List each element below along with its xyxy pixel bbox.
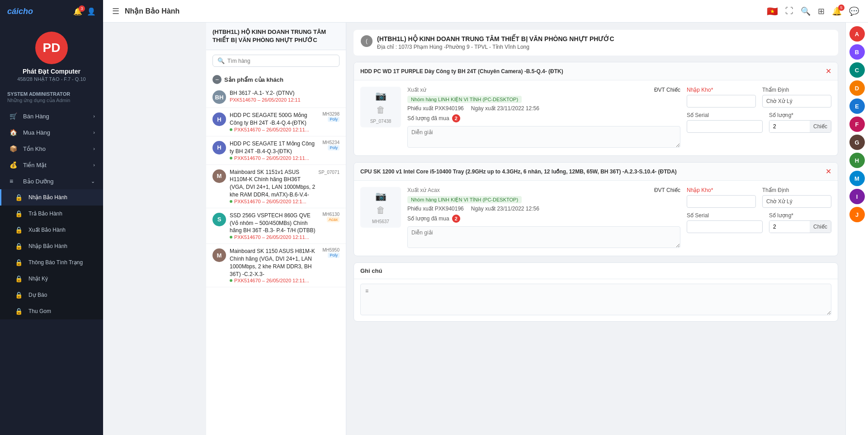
search-input[interactable] bbox=[227, 58, 335, 64]
dien-giai-2[interactable] bbox=[407, 226, 680, 248]
avatar-6[interactable]: F bbox=[849, 117, 865, 132]
avatar-4[interactable]: D bbox=[849, 80, 865, 96]
avatar-2[interactable]: B bbox=[849, 44, 865, 60]
avatar-5[interactable]: E bbox=[849, 98, 865, 114]
product-right-fields-1: Nhập Kho* Thẩm Định Chờ Xử Lý bbox=[687, 87, 831, 149]
badge-acax: Acax bbox=[327, 217, 340, 222]
qty-field-1: Chiếc bbox=[769, 120, 831, 133]
avatar: S bbox=[212, 213, 226, 226]
avatar: H bbox=[212, 141, 226, 154]
avatar-1[interactable]: A bbox=[849, 26, 865, 42]
brand-logo: cáicho bbox=[7, 7, 33, 16]
sidebar-item-nhat-ky[interactable]: 🔒Nhật Ký bbox=[0, 271, 103, 287]
sidebar-item-xuat-bao-hanh[interactable]: 🔒Xuất Bảo Hành bbox=[0, 222, 103, 238]
qty-input-2[interactable] bbox=[769, 221, 810, 233]
sidebar-item-ton-kho[interactable]: 📦Tồn Kho› bbox=[0, 140, 103, 157]
trash-icon[interactable]: 🗑 bbox=[376, 105, 385, 115]
hamburger-icon[interactable]: ☰ bbox=[112, 6, 119, 16]
tham-dinh-label-1: Thẩm Định bbox=[762, 87, 831, 93]
camera-icon-2[interactable]: 📷 bbox=[375, 191, 387, 201]
customer-address: Địa chỉ : 107/3 Phạm Hùng -Phường 9 - TP… bbox=[377, 44, 614, 50]
sidebar-item-du-bao[interactable]: 🔒Dự Báo bbox=[0, 287, 103, 303]
sidebar-item-nhap-bao-hanh[interactable]: 🔒Nhập Bảo Hành bbox=[0, 238, 103, 254]
sidebar-item-tien-mat[interactable]: 💰Tiền Mặt› bbox=[0, 157, 103, 173]
apps-icon[interactable]: ⊞ bbox=[818, 6, 825, 16]
list-item[interactable]: H HDD PC SEAGATE 1T Mỏng Công ty BH 24T … bbox=[206, 136, 346, 165]
so-serial-label-2: Số Serial bbox=[687, 212, 763, 219]
dvt-label-2: ĐVT Chiếc bbox=[654, 187, 680, 193]
chat-icon[interactable]: 💬 bbox=[849, 6, 859, 16]
list-item[interactable]: H HDD PC SEAGATE 500G Mỏng Công ty BH 24… bbox=[206, 108, 346, 136]
avatar-9[interactable]: M bbox=[849, 171, 865, 186]
product-right-fields-2: Nhập Kho* Thẩm Định Chờ Xử Lý bbox=[687, 187, 831, 249]
ghi-chu-textarea[interactable] bbox=[360, 284, 831, 315]
right-avatars: A B C D E F G H M I J bbox=[845, 23, 868, 435]
status-dot bbox=[230, 236, 232, 239]
avatar-10[interactable]: I bbox=[849, 189, 865, 204]
avatar-3[interactable]: C bbox=[849, 62, 865, 78]
product-card-2: CPU SK 1200 v1 Intel Core i5-10400 Tray … bbox=[354, 162, 838, 256]
so-luong-field-label-2: Số lượng* bbox=[769, 212, 831, 219]
list-item[interactable]: S SSD 256G VSPTECH 860G QVE (Vỏ nhôm – 5… bbox=[206, 208, 346, 244]
xuat-xu-label-1: Xuất xứ bbox=[407, 87, 443, 93]
sidebar-item-mua-hang[interactable]: 🏠Mua Hàng› bbox=[0, 124, 103, 140]
avatar-11[interactable]: J bbox=[849, 207, 865, 222]
xuat-xu-label-2: Xuất xứ Acax bbox=[407, 187, 443, 193]
tham-dinh-select-1[interactable]: Chờ Xử Lý bbox=[762, 95, 831, 108]
user-icon[interactable]: 👤 bbox=[87, 7, 96, 16]
so-serial-input-2[interactable] bbox=[687, 220, 763, 233]
product-id: SP_07071 bbox=[318, 170, 340, 175]
nhom-hang-1: Nhóm hàng LINH KIỆN VI TÍNH (PC-DESKTOP) bbox=[407, 96, 522, 103]
sidebar: PD Phát Đạt Computer 458/28 NHẬT TẠO - F… bbox=[0, 0, 103, 435]
list-item[interactable]: M Mainboard SK 1150 ASUS H81M-K Chính hã… bbox=[206, 244, 346, 287]
so-serial-input-1[interactable] bbox=[687, 120, 763, 133]
customer-avatar: ( bbox=[361, 35, 373, 47]
products-label: Sản phẩm của khách bbox=[224, 76, 283, 83]
notification-icon[interactable]: 🔔 3 bbox=[73, 7, 82, 16]
product-card-1: HDD PC WD 1T PURPLE Dày Công ty BH 24T (… bbox=[354, 62, 838, 156]
close-button-1[interactable]: ✕ bbox=[826, 67, 831, 75]
ghi-chu-header: Ghi chú bbox=[354, 263, 838, 279]
left-panel-header: (HTBH1L) HỘ KINH DOANH TRUNG TÂM THIẾT B… bbox=[206, 23, 346, 50]
nhap-kho-select-1[interactable] bbox=[687, 95, 756, 108]
product-card-body-2: 📷 🗑 MH5637 Xuất xứ Acax ĐVT Chiếc Nhóm h… bbox=[354, 181, 838, 256]
search-icon[interactable]: 🔍 bbox=[801, 6, 811, 16]
brand-icons: 🔔 3 👤 bbox=[73, 7, 96, 16]
avatar-8[interactable]: H bbox=[849, 153, 865, 168]
search-box-icon: 🔍 bbox=[217, 57, 225, 64]
qty-input-1[interactable] bbox=[769, 121, 810, 132]
product-card-header-1: HDD PC WD 1T PURPLE Dày Công ty BH 24T (… bbox=[354, 62, 838, 80]
tham-dinh-select-2[interactable]: Chờ Xử Lý bbox=[762, 195, 831, 208]
status-dot bbox=[230, 279, 232, 282]
status-dot bbox=[230, 157, 232, 159]
so-luong-label-1: Số lượng đã mua bbox=[407, 115, 449, 122]
lock-icon-6: 🔒 bbox=[15, 275, 24, 282]
avatar-7[interactable]: G bbox=[849, 135, 865, 150]
collapse-button[interactable]: − bbox=[212, 75, 222, 84]
sidebar-item-tra-bao-hanh[interactable]: 🔒Trả Bảo Hành bbox=[0, 206, 103, 222]
sidebar-item-bao-duong[interactable]: ≡Bảo Dưỡng⌄ bbox=[0, 173, 103, 189]
product-code-1: SP_07438 bbox=[370, 119, 392, 124]
nhap-kho-select-2[interactable] bbox=[687, 195, 756, 208]
product-id: MH5234 bbox=[322, 140, 340, 145]
flag-icon[interactable]: 🇻🇳 bbox=[767, 6, 778, 17]
topbar-notif-icon[interactable]: 🔔 5 bbox=[832, 6, 842, 16]
sidebar-item-ban-hang[interactable]: 🛒Bán Hàng› bbox=[0, 108, 103, 124]
mua-hang-icon: 🏠 bbox=[9, 129, 19, 136]
fullscreen-icon[interactable]: ⛶ bbox=[785, 6, 793, 16]
product-details-2: Xuất xứ Acax ĐVT Chiếc Nhóm hàng LINH KI… bbox=[407, 187, 680, 249]
sidebar-item-thu-gom[interactable]: 🔒Thu Gom bbox=[0, 303, 103, 319]
close-button-2[interactable]: ✕ bbox=[826, 167, 831, 176]
sidebar-item-thong-bao[interactable]: 🔒Thông Báo Tình Trạng bbox=[0, 254, 103, 271]
product-id: MH6130 bbox=[322, 212, 340, 217]
badge-poly: Poly bbox=[328, 145, 340, 150]
sidebar-submenu: 🔒Nhận Bảo Hành 🔒Trả Bảo Hành 🔒Xuất Bảo H… bbox=[0, 189, 103, 319]
camera-icon[interactable]: 📷 bbox=[375, 90, 387, 101]
product-ref: PXK514670 – 26/05/2020 12:1... bbox=[234, 199, 307, 204]
list-item[interactable]: M Mainboard SK 1151v1 ASUS H110M-K Chính… bbox=[206, 165, 346, 208]
sidebar-item-nhan-bao-hanh[interactable]: 🔒Nhận Bảo Hành bbox=[0, 189, 103, 206]
nhap-kho-label-1: Nhập Kho* bbox=[687, 87, 756, 93]
trash-icon-2[interactable]: 🗑 bbox=[376, 205, 385, 215]
dien-giai-1[interactable] bbox=[407, 126, 680, 148]
list-item[interactable]: BH BH 3617 -A.1- Y.2- (DTNV) PXK514670 –… bbox=[206, 86, 346, 108]
